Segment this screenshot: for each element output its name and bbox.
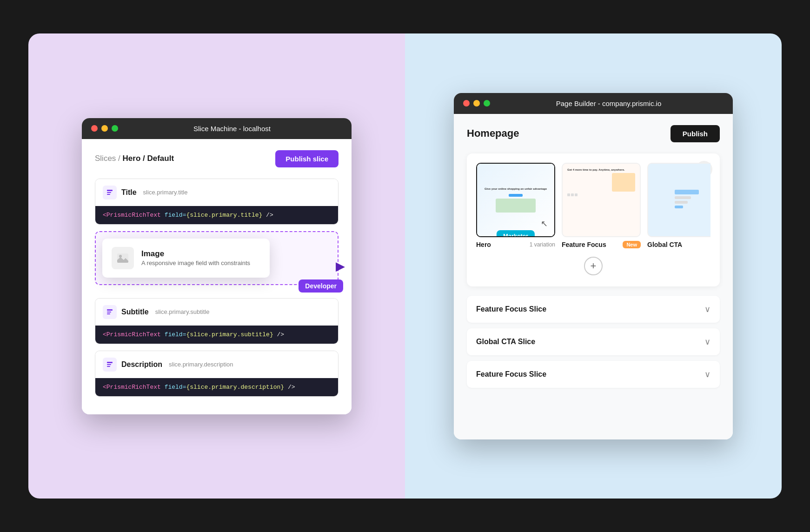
description-code-component: <PrismicRichText: [103, 384, 161, 391]
slice-cards-row: Give your online shopping an unfair adva…: [476, 163, 710, 248]
feature-preview-dots: [567, 193, 635, 196]
page-title: Homepage: [467, 127, 519, 140]
marketer-badge: Marketer: [497, 230, 535, 237]
right-panel: Page Builder - company.prismic.io Homepa…: [405, 33, 782, 499]
accordion-label-3: Feature Focus Slice: [476, 370, 546, 379]
accordion-feature-focus-1[interactable]: Feature Focus Slice ∨: [467, 296, 720, 323]
page-builder-titlebar: Page Builder - company.prismic.io: [454, 93, 733, 114]
svg-rect-12: [675, 196, 691, 199]
svg-rect-10: [107, 366, 110, 367]
description-field-header: Description slice.primary.description: [95, 351, 338, 378]
svg-rect-0: [107, 190, 113, 191]
svg-rect-6: [107, 312, 111, 313]
image-field-popup: Image A responsive image field with cons…: [102, 239, 270, 278]
chevron-icon-2: ∨: [704, 337, 710, 347]
traffic-light-red[interactable]: [91, 125, 98, 132]
page-header: Homepage Publish: [467, 125, 720, 142]
new-badge: New: [623, 241, 641, 248]
svg-rect-13: [675, 201, 688, 204]
image-tooltip-area: Image A responsive image field with cons…: [95, 231, 339, 285]
svg-rect-5: [107, 309, 113, 311]
page-builder-title: Page Builder - company.prismic.io: [494, 100, 724, 107]
svg-rect-11: [675, 190, 699, 194]
feature-focus-card-name: Feature Focus: [562, 241, 606, 248]
subtitle-code-value: {slice.primary.subtitle}: [186, 331, 273, 338]
rich-text-icon-3: [106, 361, 113, 368]
svg-rect-14: [675, 206, 683, 208]
hero-preview-btn: [509, 194, 523, 197]
pb-traffic-light-yellow[interactable]: [473, 100, 480, 106]
hero-card-variant: 1 variation: [530, 241, 555, 248]
hero-preview[interactable]: Give your online shopping an unfair adva…: [476, 163, 555, 237]
svg-rect-7: [107, 313, 110, 314]
hero-card-name: Hero: [476, 241, 491, 248]
accordion-feature-focus-2[interactable]: Feature Focus Slice ∨: [467, 361, 720, 388]
breadcrumb-current: Hero / Default: [123, 154, 174, 163]
title-field-card: Title slice.primary.title <PrismicRichTe…: [95, 179, 339, 225]
dashed-drop-area[interactable]: Image A responsive image field with cons…: [95, 231, 339, 285]
slice-picker-area: ✕ Give your online shopping an unfair ad…: [467, 153, 720, 286]
global-cta-preview-content: [648, 164, 710, 236]
image-icon: [116, 252, 129, 265]
publish-slice-button[interactable]: Publish slice: [275, 150, 339, 167]
chevron-icon-1: ∨: [704, 304, 710, 314]
slice-machine-window: Slice Machine - localhost Slices / Hero …: [82, 118, 352, 414]
feature-focus-preview[interactable]: Get 4 more time to pay. Anytime, anywher…: [562, 163, 641, 237]
title-field-name: Title: [121, 188, 137, 197]
page-builder-body: Homepage Publish ✕ Give your online shop…: [454, 114, 733, 439]
description-code-tag: />: [288, 384, 295, 391]
accordion-label-1: Feature Focus Slice: [476, 305, 546, 313]
global-cta-preview[interactable]: [647, 163, 710, 237]
svg-rect-8: [107, 362, 113, 363]
slice-machine-titlebar: Slice Machine - localhost: [82, 118, 352, 139]
accordion-label-2: Global CTA Slice: [476, 338, 535, 346]
developer-badge: Developer: [299, 279, 343, 293]
pb-traffic-light-green[interactable]: [484, 100, 490, 106]
image-field-title: Image: [141, 249, 250, 259]
subtitle-field-path: slice.primary.subtitle: [155, 308, 210, 315]
left-panel: Slice Machine - localhost Slices / Hero …: [28, 33, 405, 499]
svg-rect-2: [107, 194, 110, 195]
title-code-component: <PrismicRichText: [103, 212, 161, 219]
svg-rect-9: [107, 364, 111, 365]
chevron-icon-3: ∨: [704, 369, 710, 379]
description-code-attr: field=: [165, 384, 186, 391]
subtitle-code-block: <PrismicRichText field={slice.primary.su…: [95, 326, 338, 344]
description-code-value: {slice.primary.description}: [186, 384, 284, 391]
traffic-light-yellow[interactable]: [101, 125, 108, 132]
title-code-tag: />: [266, 212, 273, 219]
title-field-path: slice.primary.title: [143, 189, 188, 196]
title-code-value: {slice.primary.title}: [186, 212, 262, 219]
title-field-header: Title slice.primary.title: [95, 179, 338, 206]
pb-traffic-light-red[interactable]: [463, 100, 470, 106]
description-code-block: <PrismicRichText field={slice.primary.de…: [95, 378, 338, 396]
fp-dot-3: [575, 193, 578, 196]
image-field-subtitle: A responsive image field with constraint…: [141, 259, 250, 266]
slice-card-global-cta[interactable]: Global CTA: [647, 163, 710, 248]
global-cta-card-name: Global CTA: [647, 241, 682, 248]
cursor-pointer-icon: ↖: [541, 219, 548, 229]
slice-card-hero[interactable]: Give your online shopping an unfair adva…: [476, 163, 555, 248]
breadcrumb-prefix[interactable]: Slices /: [95, 154, 123, 163]
subtitle-field-name: Subtitle: [121, 308, 149, 316]
description-field-card: Description slice.primary.description <P…: [95, 351, 339, 397]
publish-button[interactable]: Publish: [671, 125, 720, 142]
title-code-block: <PrismicRichText field={slice.primary.ti…: [95, 206, 338, 224]
hero-preview-rect: [496, 199, 535, 213]
subtitle-code-tag: />: [277, 331, 285, 338]
hero-preview-text: Give your online shopping an unfair adva…: [485, 187, 547, 190]
description-field-path: slice.primary.description: [169, 361, 233, 368]
fp-dot-1: [567, 193, 570, 196]
subtitle-field-icon: [103, 305, 117, 319]
global-cta-label-row: Global CTA: [647, 241, 710, 248]
feature-focus-label-row: Feature Focus New: [562, 241, 641, 248]
add-slice-button[interactable]: +: [584, 257, 603, 275]
fp-dot-2: [571, 193, 574, 196]
accordion-global-cta[interactable]: Global CTA Slice ∨: [467, 328, 720, 355]
slice-machine-body: Slices / Hero / Default Publish slice: [82, 139, 352, 414]
feature-preview-rect: [612, 173, 635, 192]
cursor-arrow-icon: ▶: [336, 259, 345, 273]
slice-card-feature-focus[interactable]: Get 4 more time to pay. Anytime, anywher…: [562, 163, 641, 248]
traffic-light-green[interactable]: [112, 125, 118, 132]
hero-label-row: Hero 1 variation: [476, 241, 555, 248]
